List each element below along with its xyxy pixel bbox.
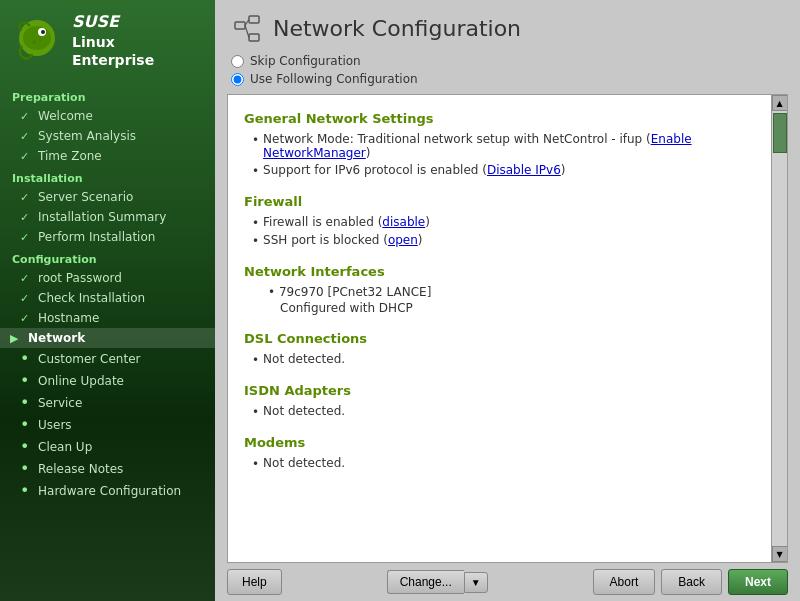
disable-ipv6-link[interactable]: Disable IPv6 xyxy=(487,163,561,177)
section-network-interfaces: Network Interfaces • 79c970 [PCnet32 LAN… xyxy=(244,264,755,315)
sidebar-item-root-password[interactable]: ✓ root Password xyxy=(0,268,215,288)
change-button[interactable]: Change... xyxy=(387,570,464,594)
sidebar-item-server-scenario[interactable]: ✓ Server Scenario xyxy=(0,187,215,207)
ssh-port-item: • SSH port is blocked (open) xyxy=(244,233,755,248)
network-config-icon xyxy=(231,12,263,44)
panel-scroll-area[interactable]: General Network Settings • Network Mode:… xyxy=(228,95,771,562)
isdn-not-detected: • Not detected. xyxy=(244,404,755,419)
sidebar-item-label: Server Scenario xyxy=(38,190,133,204)
bullet-icon: • xyxy=(20,351,32,367)
open-ssh-link[interactable]: open xyxy=(388,233,418,247)
firewall-heading: Firewall xyxy=(244,194,755,209)
sidebar-item-hostname[interactable]: ✓ Hostname xyxy=(0,308,215,328)
scroll-up-button[interactable]: ▲ xyxy=(772,95,788,111)
sidebar-item-hardware-configuration[interactable]: • Hardware Configuration xyxy=(0,480,215,502)
general-network-heading: General Network Settings xyxy=(244,111,755,126)
help-button[interactable]: Help xyxy=(227,569,282,595)
sidebar-item-network[interactable]: ▶ Network xyxy=(0,328,215,348)
bullet-icon: • xyxy=(20,395,32,411)
sidebar-item-label: Hardware Configuration xyxy=(38,484,181,498)
next-button[interactable]: Next xyxy=(728,569,788,595)
sidebar-item-customer-center[interactable]: • Customer Center xyxy=(0,348,215,370)
enable-networkmanager-link[interactable]: Enable NetworkManager xyxy=(263,132,692,160)
bullet-dot: • xyxy=(252,133,259,147)
sidebar-item-perform-installation[interactable]: ✓ Perform Installation xyxy=(0,227,215,247)
sidebar-item-label: Welcome xyxy=(38,109,93,123)
back-button[interactable]: Back xyxy=(661,569,722,595)
check-icon: ✓ xyxy=(20,272,32,285)
sidebar-item-welcome[interactable]: ✓ Welcome xyxy=(0,106,215,126)
check-icon: ✓ xyxy=(20,150,32,163)
bottom-bar: Help Change... ▼ Abort Back Next xyxy=(215,563,800,601)
sidebar-item-time-zone[interactable]: ✓ Time Zone xyxy=(0,146,215,166)
use-configuration-label: Use Following Configuration xyxy=(250,72,418,86)
bottom-right-buttons: Abort Back Next xyxy=(593,569,788,595)
firewall-status-item: • Firewall is enabled (disable) xyxy=(244,215,755,230)
sidebar-section-preparation: Preparation xyxy=(0,85,215,106)
svg-point-5 xyxy=(39,38,42,41)
radio-options: Skip Configuration Use Following Configu… xyxy=(215,54,800,94)
bullet-icon: • xyxy=(20,439,32,455)
sidebar-item-system-analysis[interactable]: ✓ System Analysis xyxy=(0,126,215,146)
sidebar-item-check-installation[interactable]: ✓ Check Installation xyxy=(0,288,215,308)
modems-not-detected: • Not detected. xyxy=(244,456,755,471)
sidebar-item-label: Hostname xyxy=(38,311,99,325)
sidebar-item-clean-up[interactable]: • Clean Up xyxy=(0,436,215,458)
sidebar-item-label: Users xyxy=(38,418,72,432)
sidebar-item-label: Installation Summary xyxy=(38,210,166,224)
bullet-dot: • xyxy=(252,234,259,248)
bullet-dot: • xyxy=(252,353,259,367)
scrollbar-thumb[interactable] xyxy=(773,113,787,153)
sidebar-item-label: Time Zone xyxy=(38,149,102,163)
check-icon: ✓ xyxy=(20,231,32,244)
change-dropdown-button[interactable]: ▼ xyxy=(464,572,488,593)
section-general-network: General Network Settings • Network Mode:… xyxy=(244,111,755,178)
abort-button[interactable]: Abort xyxy=(593,569,656,595)
bullet-icon: • xyxy=(20,373,32,389)
sidebar-item-users[interactable]: • Users xyxy=(0,414,215,436)
scroll-down-button[interactable]: ▼ xyxy=(772,546,788,562)
network-interface-item: • 79c970 [PCnet32 LANCE] xyxy=(244,285,755,299)
sidebar-item-label: Clean Up xyxy=(38,440,92,454)
sidebar-item-installation-summary[interactable]: ✓ Installation Summary xyxy=(0,207,215,227)
skip-configuration-radio[interactable]: Skip Configuration xyxy=(231,54,784,68)
scrollbar[interactable]: ▲ ▼ xyxy=(771,95,787,562)
svg-point-3 xyxy=(41,30,45,34)
content-panel: General Network Settings • Network Mode:… xyxy=(227,94,788,563)
sidebar-item-label: Network xyxy=(28,331,85,345)
sidebar-item-service[interactable]: • Service xyxy=(0,392,215,414)
suse-brand-text: SUSE Linux Enterprise xyxy=(72,12,154,69)
skip-configuration-label: Skip Configuration xyxy=(250,54,361,68)
use-configuration-radio[interactable]: Use Following Configuration xyxy=(231,72,784,86)
skip-radio-input[interactable] xyxy=(231,55,244,68)
sidebar-item-label: Check Installation xyxy=(38,291,145,305)
content-area: Network Configuration Skip Configuration… xyxy=(215,0,800,601)
dsl-not-detected: • Not detected. xyxy=(244,352,755,367)
bullet-icon: • xyxy=(20,483,32,499)
bullet-icon: • xyxy=(20,417,32,433)
sidebar-item-online-update[interactable]: • Online Update xyxy=(0,370,215,392)
disable-firewall-link[interactable]: disable xyxy=(382,215,425,229)
check-icon: ✓ xyxy=(20,292,32,305)
svg-rect-8 xyxy=(249,34,259,41)
check-icon: ✓ xyxy=(20,211,32,224)
ipv6-item: • Support for IPv6 protocol is enabled (… xyxy=(244,163,755,178)
suse-chameleon-icon xyxy=(12,16,62,66)
sidebar-item-label: root Password xyxy=(38,271,122,285)
section-firewall: Firewall • Firewall is enabled (disable)… xyxy=(244,194,755,248)
suse-logo: SUSE Linux Enterprise xyxy=(0,0,215,81)
sidebar-item-label: System Analysis xyxy=(38,129,136,143)
page-header: Network Configuration xyxy=(215,0,800,54)
network-interfaces-heading: Network Interfaces xyxy=(244,264,755,279)
sidebar-item-label: Online Update xyxy=(38,374,124,388)
change-button-group: Change... ▼ xyxy=(387,570,488,594)
section-modems: Modems • Not detected. xyxy=(244,435,755,471)
svg-line-10 xyxy=(245,26,249,38)
bullet-dot: • xyxy=(252,164,259,178)
network-mode-item: • Network Mode: Traditional network setu… xyxy=(244,132,755,160)
page-title: Network Configuration xyxy=(273,16,521,41)
bullet-dot: • xyxy=(252,405,259,419)
sidebar-item-release-notes[interactable]: • Release Notes xyxy=(0,458,215,480)
use-radio-input[interactable] xyxy=(231,73,244,86)
svg-point-4 xyxy=(32,40,36,44)
